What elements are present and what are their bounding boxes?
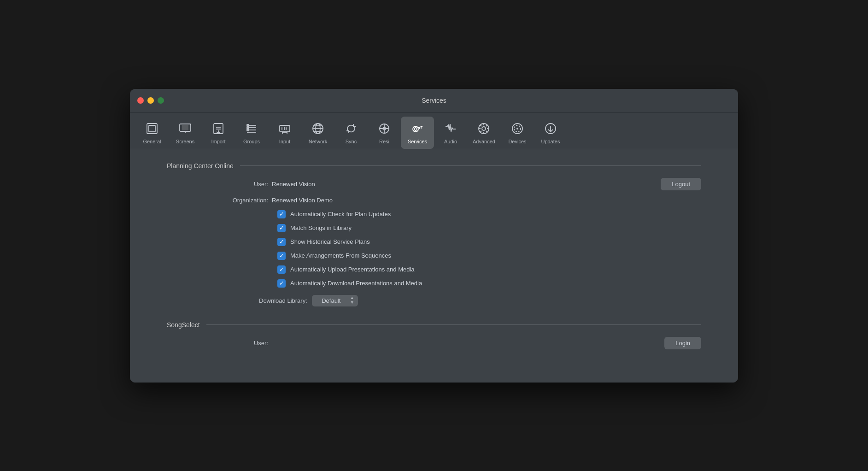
groups-icon — [243, 120, 260, 137]
checkbox-show-historical-label: Show Historical Service Plans — [290, 238, 370, 245]
checkbox-make-arrangements-label: Make Arrangements From Sequences — [290, 252, 391, 259]
tab-advanced-label: Advanced — [473, 139, 495, 144]
tab-screens-label: Screens — [176, 139, 194, 144]
checkbox-make-arrangements[interactable]: ✓ Make Arrangements From Sequences — [167, 252, 701, 260]
pco-org-label: Organization: — [213, 197, 268, 204]
checkbox-match-songs-label: Match Songs in Library — [290, 224, 352, 231]
svg-rect-17 — [282, 127, 282, 130]
pco-user-row: User: Renewed Vision Logout — [167, 178, 701, 190]
tab-sync[interactable]: Sync — [334, 117, 368, 149]
download-library-select[interactable]: Default — [312, 295, 358, 306]
checkbox-auto-check-label: Automatically Check for Plan Updates — [290, 211, 391, 218]
tab-network[interactable]: Network — [301, 117, 334, 149]
svg-rect-19 — [286, 127, 287, 130]
checkmark-icon: ✓ — [279, 253, 284, 259]
tab-advanced[interactable]: Advanced — [467, 117, 501, 149]
general-icon — [144, 120, 160, 137]
checkbox-match-songs-box[interactable]: ✓ — [277, 224, 286, 232]
pco-user-label: User: — [213, 181, 268, 188]
svg-rect-1 — [149, 125, 155, 132]
svg-rect-3 — [182, 125, 188, 130]
resi-icon — [376, 120, 393, 137]
tab-groups-label: Groups — [243, 139, 260, 144]
tab-groups[interactable]: Groups — [235, 117, 268, 149]
close-button[interactable] — [137, 97, 144, 104]
download-library-label: Download Library: — [259, 297, 307, 304]
traffic-lights — [137, 97, 164, 104]
planning-center-header: Planning Center Online — [167, 162, 701, 170]
sync-icon — [343, 120, 359, 137]
import-icon — [210, 120, 227, 137]
planning-center-title: Planning Center Online — [167, 162, 234, 170]
svg-point-47 — [516, 128, 518, 130]
download-library-select-wrapper: Default ▲ ▼ — [312, 295, 358, 306]
toolbar: General Screens — [130, 113, 738, 149]
tab-services[interactable]: Services — [401, 117, 434, 149]
tab-services-label: Services — [408, 139, 427, 144]
maximize-button[interactable] — [158, 97, 164, 104]
checkbox-auto-upload[interactable]: ✓ Automatically Upload Presentations and… — [167, 265, 701, 274]
tab-updates[interactable]: Updates — [534, 117, 567, 149]
planning-center-section: Planning Center Online User: Renewed Vis… — [167, 162, 701, 306]
checkbox-auto-download[interactable]: ✓ Automatically Download Presentations a… — [167, 279, 701, 288]
songselect-title: SongSelect — [167, 321, 200, 329]
audio-icon — [442, 120, 459, 137]
tab-updates-label: Updates — [541, 139, 560, 144]
tab-devices-label: Devices — [508, 139, 526, 144]
tab-screens[interactable]: Screens — [169, 117, 202, 149]
tab-sync-label: Sync — [346, 139, 357, 144]
planning-center-divider — [240, 165, 701, 166]
svg-point-31 — [414, 128, 417, 130]
tab-input-label: Input — [279, 139, 290, 144]
tab-audio-label: Audio — [444, 139, 457, 144]
svg-line-44 — [480, 131, 481, 132]
svg-point-30 — [413, 126, 418, 132]
svg-line-43 — [486, 125, 487, 126]
songselect-section: SongSelect User: Login — [167, 321, 701, 349]
network-icon — [310, 120, 326, 137]
tab-resi[interactable]: Resi — [368, 117, 401, 149]
tab-devices[interactable]: Devices — [501, 117, 534, 149]
checkbox-auto-download-label: Automatically Download Presentations and… — [290, 280, 422, 287]
checkbox-show-historical[interactable]: ✓ Show Historical Service Plans — [167, 238, 701, 246]
songselect-user-label: User: — [213, 340, 268, 347]
tab-general[interactable]: General — [135, 117, 169, 149]
checkbox-auto-check[interactable]: ✓ Automatically Check for Plan Updates — [167, 210, 701, 218]
checkmark-icon: ✓ — [279, 239, 284, 245]
advanced-icon — [475, 120, 492, 137]
checkmark-icon: ✓ — [279, 211, 284, 217]
input-icon — [276, 120, 293, 137]
svg-line-32 — [418, 126, 422, 128]
login-button[interactable]: Login — [664, 337, 701, 349]
tab-input[interactable]: Input — [268, 117, 301, 149]
pco-user-value: Renewed Vision — [272, 181, 661, 188]
checkmark-icon: ✓ — [279, 266, 284, 272]
tab-network-label: Network — [309, 139, 327, 144]
logout-button[interactable]: Logout — [661, 178, 701, 190]
svg-point-36 — [482, 127, 486, 130]
content-area: Planning Center Online User: Renewed Vis… — [130, 149, 738, 383]
titlebar: Services — [130, 89, 738, 113]
tab-audio[interactable]: Audio — [434, 117, 467, 149]
tab-import[interactable]: Import — [202, 117, 235, 149]
updates-icon — [542, 120, 559, 137]
checkmark-icon: ✓ — [279, 225, 284, 231]
pco-org-value: Renewed Vision Demo — [272, 197, 701, 204]
songselect-user-row: User: Login — [167, 337, 701, 349]
pco-org-row: Organization: Renewed Vision Demo — [167, 197, 701, 204]
svg-rect-16 — [280, 125, 290, 132]
svg-line-42 — [486, 131, 487, 132]
checkbox-make-arrangements-box[interactable]: ✓ — [277, 252, 286, 260]
tab-general-label: General — [143, 139, 161, 144]
minimize-button[interactable] — [147, 97, 154, 104]
checkbox-auto-download-box[interactable]: ✓ — [277, 279, 286, 288]
checkbox-auto-check-box[interactable]: ✓ — [277, 210, 286, 218]
checkbox-auto-upload-box[interactable]: ✓ — [277, 265, 286, 274]
services-icon — [409, 120, 426, 137]
screens-icon — [177, 120, 194, 137]
checkbox-match-songs[interactable]: ✓ Match Songs in Library — [167, 224, 701, 232]
checkbox-show-historical-box[interactable]: ✓ — [277, 238, 286, 246]
checkbox-auto-upload-label: Automatically Upload Presentations and M… — [290, 266, 415, 273]
app-window: Services General Scre — [130, 89, 738, 383]
tab-resi-label: Resi — [379, 139, 389, 144]
